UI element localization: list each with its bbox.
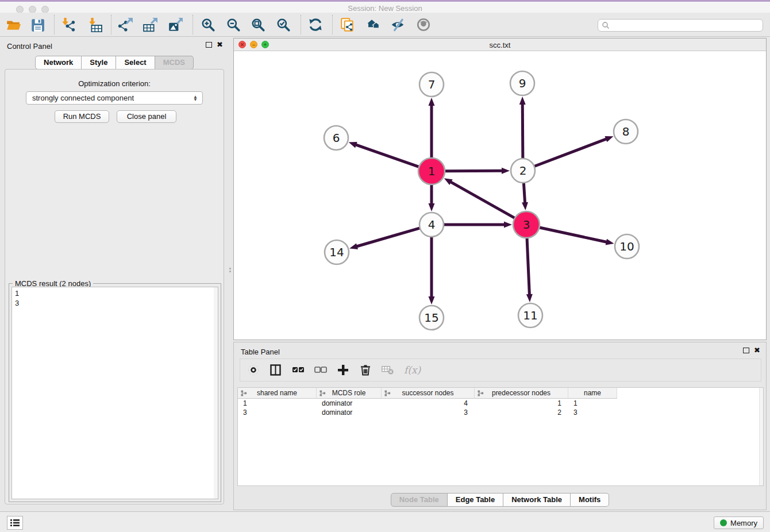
toolbar-separator	[111, 15, 111, 34]
table-tab-network-table[interactable]: Network Table	[503, 493, 571, 507]
network-window-titlebar[interactable]: ✕ – + scc.txt	[234, 38, 766, 51]
network-window: ✕ – + scc.txt 7968124314101511	[233, 38, 767, 340]
delete-table-icon[interactable]	[382, 364, 394, 376]
memory-label: Memory	[730, 519, 757, 527]
column-header-predecessor-nodes[interactable]: predecessor nodes	[475, 388, 568, 399]
window-title: Session: New Session	[0, 4, 770, 13]
memory-button[interactable]: Memory	[714, 516, 764, 529]
table-tab-motifs[interactable]: Motifs	[571, 493, 609, 507]
control-tab-style[interactable]: Style	[82, 56, 116, 70]
graph-node-14[interactable]: 14	[325, 240, 349, 264]
memory-status-icon	[720, 519, 727, 526]
select-stepper-icon: ▲▼	[193, 95, 198, 101]
graph-node-1[interactable]: 1	[418, 158, 445, 184]
network-graph-canvas[interactable]: 7968124314101511	[234, 51, 766, 340]
zoom-fit-icon[interactable]	[251, 17, 267, 33]
graph-edge-2-8[interactable]	[533, 138, 607, 167]
run-mcds-button[interactable]: Run MCDS	[55, 110, 109, 123]
graph-edge-arrow-2-3	[522, 202, 528, 210]
graph-edge-4-14[interactable]	[356, 228, 421, 246]
graph-node-2[interactable]: 2	[511, 159, 535, 183]
graph-edge-1-2[interactable]	[444, 171, 503, 171]
export-network-icon[interactable]	[118, 17, 134, 33]
graph-node-4[interactable]: 4	[419, 213, 444, 237]
graph-edge-arrow-3-10	[606, 239, 614, 245]
toolbar-separator	[54, 15, 55, 34]
open-file-icon[interactable]	[6, 17, 22, 33]
select-all-checkboxes-icon[interactable]	[292, 364, 305, 376]
zoom-in-icon[interactable]	[201, 17, 217, 33]
graph-node-10[interactable]: 10	[615, 234, 639, 259]
column-header-filler	[617, 388, 763, 399]
hide-panels-eye-icon[interactable]	[390, 17, 406, 33]
graph-node-11[interactable]: 11	[518, 303, 542, 327]
graph-node-9[interactable]: 9	[510, 71, 534, 95]
column-header-successor-nodes[interactable]: successor nodes	[382, 388, 475, 399]
close-table-panel-icon[interactable]: ✖	[754, 348, 760, 353]
import-table-icon[interactable]	[88, 17, 104, 33]
graph-edge-1-6[interactable]	[355, 144, 420, 167]
graph-edge-2-9[interactable]	[522, 103, 523, 160]
graph-edge-3-11[interactable]	[527, 237, 530, 296]
float-panel-icon[interactable]	[206, 42, 212, 48]
table-header-row: shared nameMCDS rolesuccessor nodesprede…	[238, 388, 763, 399]
toggle-view-eye-icon[interactable]	[416, 17, 432, 33]
column-header-name[interactable]: name	[568, 388, 617, 399]
show-column-panel-icon[interactable]	[270, 364, 282, 376]
control-panel-title: Control Panel	[7, 42, 52, 51]
unselect-all-checkboxes-icon[interactable]	[314, 364, 327, 376]
optimization-criterion-label: Optimization criterion:	[5, 79, 224, 88]
main-toolbar	[0, 13, 770, 37]
vertical-splitter-handle[interactable]	[229, 267, 231, 273]
export-image-icon[interactable]	[168, 17, 184, 33]
control-tab-network[interactable]: Network	[35, 56, 82, 70]
svg-text:14: 14	[329, 245, 344, 259]
table-tab-node-table[interactable]: Node Table	[391, 493, 448, 507]
svg-text:11: 11	[523, 309, 537, 322]
graph-edge-3-10[interactable]	[538, 227, 608, 242]
table-settings-gear-icon[interactable]	[247, 364, 260, 376]
control-tab-mcds[interactable]: MCDS	[155, 56, 194, 70]
graph-edge-arrow-4-14	[349, 243, 358, 249]
graph-node-6[interactable]: 6	[324, 126, 348, 150]
graph-node-15[interactable]: 15	[419, 306, 444, 330]
search-input[interactable]	[610, 21, 763, 29]
show-networks-home-icon[interactable]	[364, 17, 380, 33]
graph-edge-3-1[interactable]	[449, 182, 515, 219]
close-panel-icon[interactable]: ✖	[217, 42, 223, 48]
table-row[interactable]: 1dominator411	[238, 399, 763, 408]
import-network-icon[interactable]	[61, 17, 77, 33]
zoom-selected-icon[interactable]	[276, 17, 292, 33]
float-table-panel-icon[interactable]	[743, 348, 749, 353]
zoom-out-icon[interactable]	[226, 17, 242, 33]
control-tab-select[interactable]: Select	[116, 56, 155, 70]
graph-edge-arrow-1-2	[502, 168, 510, 174]
task-history-button[interactable]	[7, 516, 23, 530]
node-table: shared nameMCDS rolesuccessor nodesprede…	[237, 387, 764, 486]
table-tab-edge-table[interactable]: Edge Table	[448, 493, 503, 507]
toolbar-separator	[301, 15, 301, 34]
column-header-shared-name[interactable]: shared name	[238, 388, 317, 399]
add-column-icon[interactable]	[337, 364, 349, 376]
save-session-icon[interactable]	[30, 17, 46, 33]
table-row[interactable]: 3dominator323	[238, 408, 763, 417]
result-scrollbar[interactable]	[214, 287, 218, 499]
column-header-MCDS-role[interactable]: MCDS role	[317, 388, 382, 399]
network-title: scc.txt	[234, 41, 766, 49]
graph-edge-2-3[interactable]	[523, 182, 525, 204]
delete-column-icon[interactable]	[359, 364, 372, 376]
graph-node-7[interactable]: 7	[419, 72, 444, 97]
search-icon	[602, 21, 610, 29]
graph-node-8[interactable]: 8	[614, 119, 638, 144]
svg-text:9: 9	[519, 76, 526, 90]
table-scrollbar[interactable]	[759, 388, 763, 485]
graph-node-3[interactable]: 3	[513, 211, 540, 238]
export-table-icon[interactable]	[143, 17, 159, 33]
duplicate-network-icon[interactable]	[340, 17, 356, 33]
search-box[interactable]	[598, 19, 763, 32]
close-panel-button[interactable]: Close panel	[117, 110, 176, 123]
svg-text:8: 8	[622, 125, 630, 138]
optimization-criterion-select[interactable]: strongly connected component ▲▼	[26, 91, 203, 105]
mcds-result-list[interactable]: 1 3	[11, 287, 218, 499]
refresh-layout-icon[interactable]	[308, 17, 324, 33]
